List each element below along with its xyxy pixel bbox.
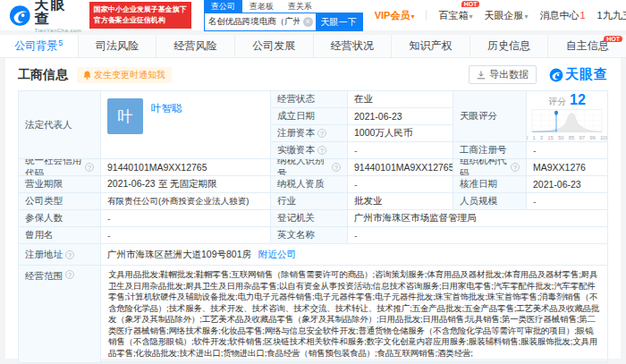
cert-badge-line2: 官方备案企业征信机构	[94, 15, 187, 26]
hot-badge: HOT	[604, 36, 622, 42]
header-menu: VIP会员▾ HOT百宝箱▾ 天眼企服▾ 消息中心1 1九九三▾	[363, 9, 626, 22]
field-value-industry: 批发业	[348, 193, 453, 210]
nav-count-badge: 5	[58, 38, 63, 47]
bell-icon	[83, 71, 91, 80]
tianyancha-logo-icon	[9, 4, 31, 27]
toolbox-menu-item[interactable]: HOT百宝箱▾	[438, 9, 472, 22]
enterprise-menu-item[interactable]: 天眼企服▾	[484, 9, 528, 22]
search-input[interactable]	[205, 13, 303, 30]
field-label-established: 成立日期	[271, 108, 348, 125]
info-icon[interactable]	[85, 163, 94, 172]
field-label-taxpayer-id: 纳税人识别号	[271, 159, 348, 176]
info-icon[interactable]	[65, 270, 74, 279]
nav-intellectual-property[interactable]: 知识产权	[392, 35, 470, 57]
field-value-staff-size: -	[527, 193, 608, 210]
field-label-status: 经营状态	[271, 91, 348, 108]
tianyancha-logo[interactable]: 天眼查 TianYanCha.com	[9, 0, 82, 33]
nav-company-development[interactable]: 公司发展	[235, 35, 314, 57]
message-count-badge: 1	[579, 10, 585, 21]
field-label-approved-date: 核准日期	[453, 176, 527, 193]
tianyancha-logo-icon	[549, 68, 563, 82]
field-label-taxpayer-quality: 纳税人资质	[271, 176, 348, 193]
field-value-status: 在业	[348, 91, 453, 108]
field-label-company-type: 公司类型	[19, 193, 101, 210]
avatar[interactable]: 叶	[107, 98, 143, 134]
field-value-company-type: 有限责任公司(外商投资企业法人独资)	[101, 193, 271, 210]
field-label-credit-code: 统一社会信用代码	[19, 159, 101, 176]
score-chart-cell: 评分12 0131550859799100	[527, 91, 608, 142]
field-value-english-name: -	[348, 227, 608, 244]
section-nav: 公司背景5 司法风险 经营风险 公司发展 经营状况 知识产权 历史信息 自主信息…	[0, 35, 626, 58]
tab-search-relation[interactable]: 查关系	[281, 0, 319, 13]
field-value-address: 广州市海珠区琶洲大道109号801房附近公司	[101, 244, 608, 266]
watermark-logo: 天眼查	[549, 66, 608, 83]
business-info-table: 法定代表人 叶 叶智聪 经营状态 在业 成立日期 2021-06-23 注册资本…	[18, 90, 608, 363]
nav-operation-risk[interactable]: 经营风险	[156, 35, 235, 57]
info-icon[interactable]	[332, 163, 341, 172]
info-icon[interactable]	[317, 146, 326, 155]
field-label-staff-size: 人员规模	[453, 193, 527, 210]
hot-badge: HOT	[461, 1, 480, 7]
field-value-legal-rep: 叶 叶智聪	[101, 91, 271, 159]
info-icon[interactable]	[65, 250, 74, 259]
field-label-address: 注册地址	[19, 244, 101, 266]
field-value-reg-capital: 1000万人民币	[348, 125, 453, 142]
nearby-companies-link[interactable]: 附近公司	[258, 249, 296, 261]
cert-badge-line1: 国家中小企业发展子基金旗下	[94, 4, 187, 15]
nav-history-info[interactable]: 历史信息	[470, 35, 549, 57]
score-value: 12	[570, 92, 586, 107]
field-value-taxpayer-quality: -	[348, 176, 453, 193]
field-value-taxpayer-id: 91440101MA9XX12765	[348, 159, 453, 176]
nav-company-background[interactable]: 公司背景5	[0, 35, 79, 57]
top-header: 天眼查 TianYanCha.com 国家中小企业发展子基金旗下 官方备案企业征…	[0, 0, 626, 30]
notify-on-change-button[interactable]: 发生变更时通知我	[77, 67, 172, 83]
field-value-term: 2021-06-23 至 无固定期限	[101, 176, 271, 193]
tab-search-boss[interactable]: 查老板	[242, 0, 281, 13]
field-label-paid-capital: 实缴资本	[271, 142, 348, 159]
clear-icon[interactable]: ×	[303, 17, 313, 27]
score-caption: 评分	[548, 97, 566, 106]
chevron-down-icon: ▾	[410, 13, 414, 21]
section-title: 工商信息	[18, 67, 68, 83]
field-value-reg-no: -	[527, 142, 608, 159]
logo-domain: TianYanCha.com	[35, 28, 82, 33]
field-label-score: 天眼评分	[453, 91, 527, 142]
legal-rep-link[interactable]: 叶智聪	[151, 102, 182, 115]
search-tabs: 查公司 查老板 查关系	[204, 0, 363, 13]
export-data-button[interactable]: 导出数据	[469, 65, 537, 84]
info-icon[interactable]	[511, 163, 520, 172]
field-label-authority: 登记机关	[271, 210, 348, 227]
tab-search-company[interactable]: 查公司	[204, 0, 242, 13]
cert-badge: 国家中小企业发展子基金旗下 官方备案企业征信机构	[89, 2, 191, 28]
field-label-reg-no: 工商注册号	[453, 142, 527, 159]
vip-menu-item[interactable]: VIP会员▾	[375, 9, 415, 22]
field-label-former-name: 曾用名	[19, 227, 101, 244]
field-value-former-name: -	[101, 227, 271, 244]
nav-judicial-risk[interactable]: 司法风险	[79, 35, 157, 57]
divider	[426, 10, 427, 21]
field-label-reg-capital: 注册资本	[271, 125, 348, 142]
field-label-org-code: 组织机构代码	[453, 159, 527, 176]
download-icon	[477, 71, 486, 80]
field-label-industry: 行业	[271, 193, 348, 210]
field-label-scope: 经营范围	[19, 266, 101, 363]
business-info-card: 工商信息 发生变更时通知我 导出数据 天眼查 法定代表人 叶 叶智聪 经营状态 …	[5, 58, 621, 359]
field-value-insured: -	[101, 210, 271, 227]
field-label-english-name: 英文名称	[271, 227, 348, 244]
search-module: 查公司 查老板 查关系 × 天眼一下	[204, 0, 363, 31]
chevron-down-icon: ▾	[469, 13, 472, 21]
search-button[interactable]: 天眼一下	[316, 13, 362, 30]
field-value-scope: 文具用品批发;鞋帽批发;鞋帽零售;互联网销售（除销售需要许可的商品）;咨询策划服…	[101, 266, 608, 363]
field-value-approved-date: 2021-06-23	[527, 176, 608, 193]
user-menu-item[interactable]: 1九九三▾	[597, 9, 626, 22]
field-label-term: 营业期限	[19, 176, 101, 193]
nav-self-info[interactable]: 自主信息HOT	[548, 35, 626, 57]
logo-text: 天眼查	[35, 0, 82, 26]
field-label-insured: 参保人数	[19, 210, 101, 227]
field-value-org-code: MA9XX1276	[527, 159, 608, 176]
nav-operation-status[interactable]: 经营状况	[314, 35, 393, 57]
message-center-item[interactable]: 消息中心1	[539, 9, 585, 22]
field-value-paid-capital: -	[348, 142, 453, 159]
info-icon[interactable]	[317, 129, 326, 138]
field-value-established: 2021-06-23	[348, 108, 453, 125]
